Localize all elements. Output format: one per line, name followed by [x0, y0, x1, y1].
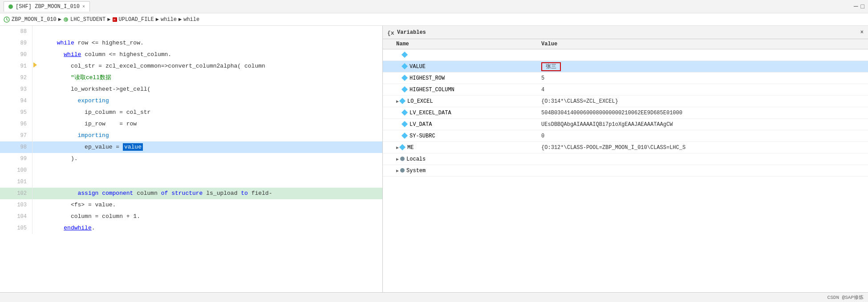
vars-header-row: Name Value: [383, 39, 868, 49]
code-line-89: 89 while row <= highest_row.: [0, 37, 382, 49]
code-line-90: 90 while column <= highest_column.: [0, 49, 382, 60]
code-line-101: 101: [0, 176, 382, 188]
line-content[interactable]: "读取cell数据: [40, 72, 382, 84]
bc-program[interactable]: ZBP_MOON_I_010: [12, 16, 57, 23]
vars-row-Locals[interactable]: ▶Locals: [383, 153, 868, 165]
line-number: 100: [0, 165, 32, 176]
line-marker: [32, 60, 40, 72]
line-marker: [32, 37, 40, 49]
line-content[interactable]: col_str = zcl_excel_common=>convert_colu…: [40, 60, 382, 72]
vars-row-VALUE[interactable]: VALUE张三: [383, 61, 868, 72]
bc-class-icon: C: [63, 17, 69, 22]
vars-value-cell: UEsDBBQAbgAIAAAAIQBi7p1oXgEAAJAEAAATAAgC…: [537, 119, 868, 130]
line-number: 91: [0, 60, 32, 72]
vars-value-cell: {O:312*\CLASS-POOL=ZBP_MOON_I_010\CLASS=…: [537, 142, 868, 153]
code-line-94: 94 exporting: [0, 95, 382, 107]
bc-method-icon: M: [113, 17, 117, 22]
vars-bookmark-cell: [383, 61, 392, 72]
line-content[interactable]: ip_column = col_str: [40, 107, 382, 118]
bc-sep4: ▶: [178, 16, 182, 23]
line-content[interactable]: while column <= highest_column.: [40, 49, 382, 60]
bc-while1[interactable]: while: [161, 16, 177, 23]
code-panel: 8889 while row <= highest_row.90 while c…: [0, 26, 383, 292]
variables-close[interactable]: ×: [860, 29, 864, 36]
line-content[interactable]: column = column + 1.: [40, 211, 382, 222]
status-text: CSDN @SAP修炼: [827, 294, 864, 301]
vars-row-LV_EXCEL_DATA[interactable]: LV_EXCEL_DATA504B03041400060008000000021…: [383, 107, 868, 119]
line-content[interactable]: [40, 176, 382, 188]
bc-sep2: ▶: [107, 16, 110, 23]
bc-class[interactable]: LHC_STUDENT: [70, 16, 105, 23]
line-number: 104: [0, 211, 32, 222]
code-area[interactable]: 8889 while row <= highest_row.90 while c…: [0, 26, 382, 292]
vars-value-cell: 4: [537, 84, 868, 96]
line-number: 90: [0, 49, 32, 60]
refresh-icon[interactable]: [4, 16, 10, 23]
code-line-102: 102 assign component column of structure…: [0, 188, 382, 199]
code-line-95: 95 ip_column = col_str: [0, 107, 382, 118]
vars-row-enter[interactable]: [383, 49, 868, 61]
line-content[interactable]: exporting: [40, 95, 382, 107]
vars-name-cell: ▶System: [392, 165, 537, 177]
vars-row-LV_DATA[interactable]: LV_DATAUEsDBBQAbgAIAAAAIQBi7p1oXgEAAJAEA…: [383, 119, 868, 130]
vars-bookmark-cell: [383, 72, 392, 84]
vars-row-System[interactable]: ▶System: [383, 165, 868, 177]
vars-name-cell: HIGHEST_COLUMN: [392, 84, 537, 96]
vars-col-name: Name: [392, 39, 537, 49]
line-marker: [32, 211, 40, 222]
bc-while2[interactable]: while: [183, 16, 199, 23]
vars-bookmark-cell: [383, 165, 392, 177]
tab-close-button[interactable]: ×: [82, 4, 85, 9]
line-content[interactable]: assign component column of structure ls_…: [40, 188, 382, 199]
vars-bookmark-cell: [383, 107, 392, 119]
svg-text:M: M: [114, 18, 115, 22]
line-content[interactable]: ep_value = value: [40, 141, 382, 153]
vars-bookmark-cell: [383, 84, 392, 96]
tab-status-icon: [8, 4, 13, 9]
line-content[interactable]: importing: [40, 130, 382, 141]
editor-tab[interactable]: [SHF] ZBP_MOON_I_010 ×: [4, 1, 90, 12]
line-number: 103: [0, 199, 32, 211]
bc-method[interactable]: UPLOAD_FILE: [119, 16, 154, 23]
vars-bookmark-cell: [383, 119, 392, 130]
vars-name-cell: LV_EXCEL_DATA: [392, 107, 537, 119]
line-content[interactable]: [40, 26, 382, 37]
code-table: 8889 while row <= highest_row.90 while c…: [0, 26, 382, 234]
vars-bookmark-cell: [383, 153, 392, 165]
vars-row-HIGHEST_ROW[interactable]: HIGHEST_ROW5: [383, 72, 868, 84]
minimize-button[interactable]: ─: [854, 3, 858, 11]
bc-sep1: ▶: [58, 16, 61, 23]
line-content[interactable]: while row <= highest_row.: [40, 37, 382, 49]
line-marker: [32, 199, 40, 211]
code-line-92: 92 "读取cell数据: [0, 72, 382, 84]
code-line-100: 100: [0, 165, 382, 176]
breadcrumb: ZBP_MOON_I_010 ▶ C LHC_STUDENT ▶ M UPLOA…: [0, 13, 868, 26]
vars-row-HIGHEST_COLUMN[interactable]: HIGHEST_COLUMN4: [383, 84, 868, 96]
line-marker: [32, 95, 40, 107]
line-number: 97: [0, 130, 32, 141]
line-content[interactable]: [40, 165, 382, 176]
line-content[interactable]: ip_row = row: [40, 118, 382, 130]
line-content[interactable]: ).: [40, 153, 382, 165]
line-marker: [32, 118, 40, 130]
variables-icon: {x}=: [387, 29, 394, 36]
maximize-button[interactable]: □: [861, 3, 864, 10]
line-number: 94: [0, 95, 32, 107]
vars-value-cell: [537, 165, 868, 177]
line-content[interactable]: <fs> = value.: [40, 199, 382, 211]
variables-panel: {x}= Variables × Name Value VALUE张三HIGHE…: [383, 26, 868, 292]
vars-row-LO_EXCEL[interactable]: ▶LO_EXCEL{O:314*\CLASS=ZCL_EXCEL}: [383, 96, 868, 107]
line-content[interactable]: endwhile.: [40, 222, 382, 234]
code-line-99: 99 ).: [0, 153, 382, 165]
line-marker: [32, 141, 40, 153]
vars-row-ME[interactable]: ▶ME{O:312*\CLASS-POOL=ZBP_MOON_I_010\CLA…: [383, 142, 868, 153]
vars-row-SY-SUBRC[interactable]: SY-SUBRC0: [383, 130, 868, 142]
vars-name-cell: LV_DATA: [392, 119, 537, 130]
code-line-98: 98 ep_value = value: [0, 141, 382, 153]
line-marker: [32, 222, 40, 234]
vars-name-cell: ▶ME: [392, 142, 537, 153]
line-content[interactable]: lo_worksheet->get_cell(: [40, 84, 382, 95]
code-line-93: 93 lo_worksheet->get_cell(: [0, 84, 382, 95]
code-line-104: 104 column = column + 1.: [0, 211, 382, 222]
line-number: 98: [0, 141, 32, 153]
